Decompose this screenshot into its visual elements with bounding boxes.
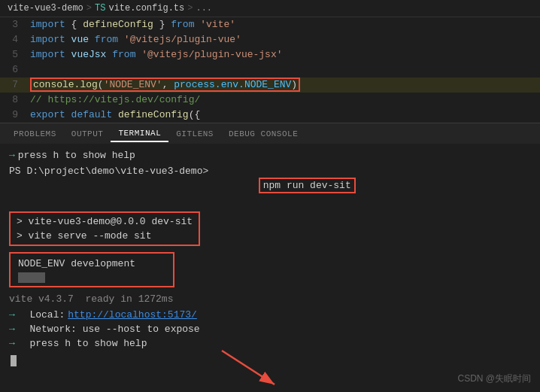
terminal-local-line: → Local: http://localhost:5173/	[9, 308, 531, 322]
breadcrumb-sep2: >	[187, 3, 193, 14]
code-editor: 3 import { defineConfig } from 'vite' 4 …	[0, 17, 540, 123]
tab-gitlens[interactable]: GITLENS	[168, 126, 221, 141]
code-line-6: 6	[0, 62, 540, 77]
node-env-text: NODE_ENV development	[18, 257, 135, 271]
vite-serve-box: > vite-vue3-demo@0.0.0 dev-sit > vite se…	[9, 211, 531, 246]
local-url-link[interactable]: http://localhost:5173/	[68, 308, 197, 322]
code-line-5: 5 import vueJsx from '@vitejs/plugin-vue…	[0, 47, 540, 62]
line-num-4: 4	[0, 32, 30, 47]
tab-terminal[interactable]: TERMINAL	[111, 126, 168, 142]
code-line-9: 9 export default defineConfig({	[0, 108, 540, 123]
code-content-3: import { defineConfig } from 'vite'	[30, 17, 540, 32]
vite-serve-text: > vite serve --mode sit	[17, 229, 151, 243]
breadcrumb-dots: ...	[196, 3, 212, 14]
local-label: Local:	[18, 308, 65, 322]
terminal-cursor	[11, 355, 17, 366]
tab-output[interactable]: OUTPUT	[64, 126, 111, 141]
line-num-8: 8	[0, 93, 30, 108]
csdn-watermark: CSDN @失眠时间	[457, 372, 531, 386]
vite-serve-line: > vite serve --mode sit	[17, 229, 193, 243]
tab-problems[interactable]: PROBLEMS	[6, 126, 64, 141]
vite-version-line: vite v4.3.7 ready in 1272 ms	[9, 292, 531, 306]
terminal-network-line: → Network: use --host to expose	[9, 322, 531, 336]
vite-version-text: vite v4.3.7 ready in 1272	[9, 292, 162, 306]
code-line-3: 3 import { defineConfig } from 'vite'	[0, 17, 540, 32]
arrow-icon-2: →	[9, 336, 15, 351]
node-env-line: NODE_ENV development	[18, 257, 165, 271]
node-env-box: NODE_ENV development	[9, 252, 531, 287]
network-text: Network: use --host to expose	[18, 322, 200, 336]
line-num-5: 5	[0, 47, 30, 62]
panel-tabs: PROBLEMS OUTPUT TERMINAL GITLENS DEBUG C…	[0, 123, 540, 144]
vite-demo-text: > vite-vue3-demo@0.0.0 dev-sit	[17, 214, 193, 229]
red-arrow-container	[214, 343, 282, 392]
breadcrumb: vite-vue3-demo > TS vite.config.ts > ...	[0, 0, 540, 17]
breadcrumb-sep1: >	[86, 3, 92, 14]
code-line-4: 4 import vue from '@vitejs/plugin-vue'	[0, 32, 540, 47]
arrow-icon-1: →	[9, 148, 15, 163]
vite-version-ms: ms	[162, 292, 174, 306]
code-content-8: // https://vitejs.dev/config/	[30, 93, 540, 108]
node-env-block	[18, 272, 45, 283]
npm-command-box: npm run dev-sit	[211, 164, 355, 207]
breadcrumb-lang: TS	[95, 3, 105, 14]
line-num-6: 6	[0, 62, 30, 77]
editor-container: vite-vue3-demo > TS vite.config.ts > ...…	[0, 0, 540, 392]
code-content-4: import vue from '@vitejs/plugin-vue'	[30, 32, 540, 47]
npm-cmd-text: npm run dev-sit	[259, 178, 356, 193]
terminal[interactable]: → press h to show help PS D:\project\dem…	[0, 144, 540, 392]
arrow-icon-local: →	[9, 308, 15, 322]
breadcrumb-project: vite-vue3-demo	[8, 3, 83, 14]
code-content-7: console.log('NODE_ENV', process.env.NODE…	[30, 77, 540, 93]
red-arrow-svg	[214, 343, 282, 388]
code-content-9: export default defineConfig({	[30, 108, 540, 123]
svg-line-0	[222, 351, 275, 384]
help-text-1: press h to show help	[18, 148, 135, 163]
terminal-help-line1: → press h to show help	[9, 148, 531, 163]
line-num-7: 7	[0, 77, 30, 93]
help-text-2: press h to show help	[18, 336, 147, 351]
line-num-3: 3	[0, 17, 30, 32]
code-content-5: import vueJsx from '@vitejs/plugin-vue-j…	[30, 47, 540, 62]
line-num-9: 9	[0, 108, 30, 123]
vite-demo-line: > vite-vue3-demo@0.0.0 dev-sit	[17, 214, 193, 229]
arrow-icon-network: →	[9, 322, 15, 336]
terminal-prompt-line: PS D:\project\demo\vite-vue3-demo> npm r…	[9, 164, 531, 207]
breadcrumb-file: vite.config.ts	[108, 3, 184, 14]
code-content-6	[30, 62, 540, 77]
code-line-8: 8 // https://vitejs.dev/config/	[0, 93, 540, 108]
prompt-path: PS D:\project\demo\vite-vue3-demo>	[9, 164, 208, 178]
code-line-7: 7 console.log('NODE_ENV', process.env.NO…	[0, 77, 540, 93]
tab-debug-console[interactable]: DEBUG CONSOLE	[221, 126, 305, 141]
